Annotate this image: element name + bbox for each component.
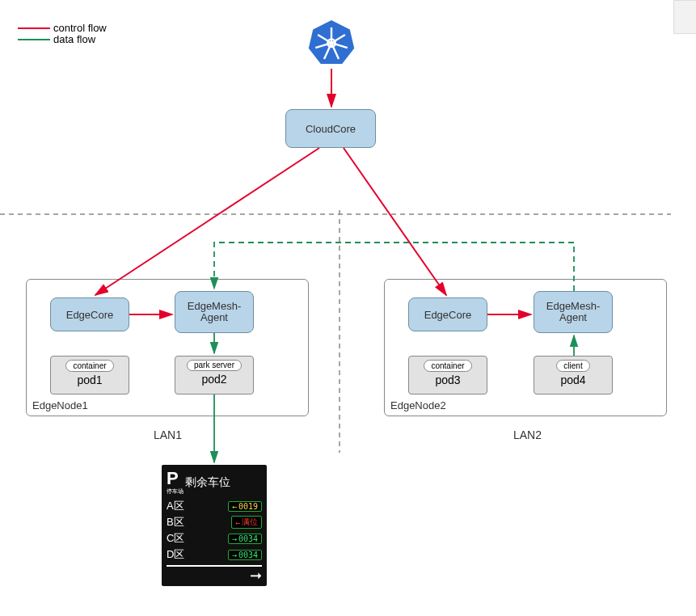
edgemesh1-label: EdgeMesh-Agent xyxy=(175,301,253,324)
pod1-inner: container xyxy=(65,360,113,372)
svg-line-13 xyxy=(344,148,446,295)
parking-arrow-bar: ➞ xyxy=(167,565,262,583)
parking-dir-a: ← xyxy=(232,502,237,511)
legend-control-flow: control flow xyxy=(18,23,107,34)
lan1-label: LAN1 xyxy=(154,428,182,441)
parking-row-b: B区 ← 满位 xyxy=(167,515,262,530)
edgenode2-label: EdgeNode2 xyxy=(390,399,446,411)
lan2-label: LAN2 xyxy=(513,428,542,441)
cloudcore-label: CloudCore xyxy=(306,123,356,135)
parking-dir-d: → xyxy=(232,551,237,559)
parking-p-sub: 停车场 xyxy=(167,487,183,496)
parking-header: P 停车场 剩余车位 xyxy=(167,470,262,496)
parking-dir-c: → xyxy=(232,534,237,543)
pod4: client pod4 xyxy=(534,356,613,394)
parking-row-d: D区 → 0034 xyxy=(167,547,262,562)
legend-data-label: data flow xyxy=(53,34,95,45)
parking-val-d: → 0034 xyxy=(228,550,262,560)
edgemesh1-node: EdgeMesh-Agent xyxy=(175,291,254,333)
edgecore2-node: EdgeCore xyxy=(408,297,487,331)
parking-num-c: 0034 xyxy=(238,534,258,543)
parking-zone-b: B区 xyxy=(167,515,184,530)
parking-num-b: 满位 xyxy=(242,517,258,528)
parking-val-b: ← 满位 xyxy=(231,516,262,529)
pod2-inner: park server xyxy=(187,360,242,371)
parking-num-d: 0034 xyxy=(238,551,258,559)
kubernetes-icon xyxy=(307,18,356,66)
edgecore1-label: EdgeCore xyxy=(66,309,114,321)
side-panel xyxy=(673,0,696,34)
legend-swatch-control xyxy=(18,27,50,29)
pod4-label: pod4 xyxy=(560,373,585,386)
edgecore1-node: EdgeCore xyxy=(50,297,129,331)
pod3-inner: container xyxy=(424,360,471,372)
pod2: park server pod2 xyxy=(175,356,254,394)
legend-data-flow: data flow xyxy=(18,34,107,45)
edgemesh2-label: EdgeMesh-Agent xyxy=(534,301,612,324)
svg-line-12 xyxy=(95,148,319,295)
parking-row-c: C区 → 0034 xyxy=(167,531,262,546)
legend-swatch-data xyxy=(18,39,50,40)
parking-zone-d: D区 xyxy=(167,547,184,562)
edgenode1-label: EdgeNode1 xyxy=(32,399,88,411)
pod1-label: pod1 xyxy=(77,373,102,386)
pod3: container pod3 xyxy=(408,356,487,394)
diagram-canvas: control flow data flow CloudCore xyxy=(0,0,696,616)
parking-row-a: A区 ← 0019 xyxy=(167,499,262,513)
parking-zone-a: A区 xyxy=(167,499,184,513)
parking-zone-c: C区 xyxy=(167,531,184,546)
parking-val-a: ← 0019 xyxy=(228,501,262,512)
pod3-label: pod3 xyxy=(435,373,460,386)
legend: control flow data flow xyxy=(18,23,107,46)
legend-control-label: control flow xyxy=(53,23,107,34)
parking-sign: P 停车场 剩余车位 A区 ← 0019 B区 ← 满位 C区 → 0034 xyxy=(162,465,267,586)
parking-p-icon: P xyxy=(167,470,180,487)
pod4-inner: client xyxy=(556,360,589,372)
parking-num-a: 0019 xyxy=(238,502,258,511)
arrow-right-icon: ➞ xyxy=(250,568,262,583)
pod1: container pod1 xyxy=(50,356,129,394)
parking-title: 剩余车位 xyxy=(185,475,230,490)
edgecore2-label: EdgeCore xyxy=(424,309,472,321)
parking-val-c: → 0034 xyxy=(228,534,262,544)
cloudcore-node: CloudCore xyxy=(285,109,376,148)
parking-dir-b: ← xyxy=(235,518,240,527)
pod2-label: pod2 xyxy=(201,373,226,386)
edgemesh2-node: EdgeMesh-Agent xyxy=(534,291,613,333)
